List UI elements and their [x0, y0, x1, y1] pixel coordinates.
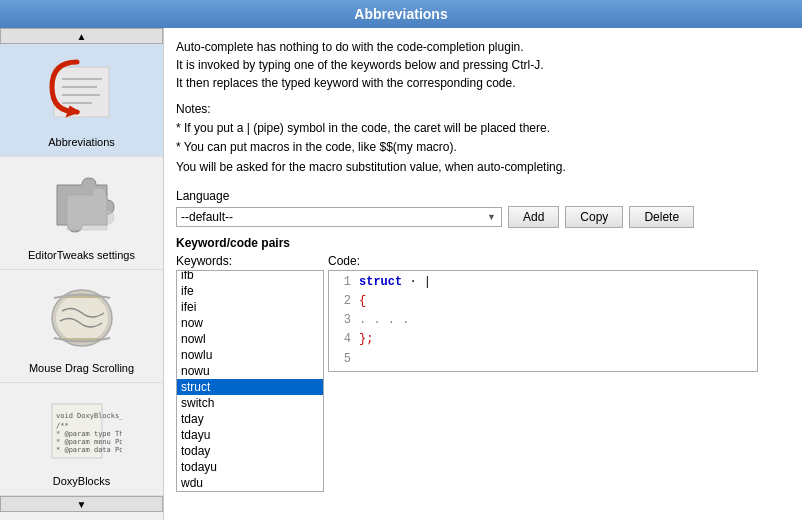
sidebar: ▲ Abbreviations: [0, 28, 164, 520]
desc-line2: It is invoked by typing one of the keywo…: [176, 56, 790, 74]
line-numbers: 1 2 3 4 5: [331, 273, 359, 369]
code-line-1: struct · |: [359, 273, 755, 292]
sidebar-item-mouse-drag-label: Mouse Drag Scrolling: [29, 362, 134, 374]
keywords-list[interactable]: forbguardififbifeifeinownowlnowlunowustr…: [177, 271, 323, 491]
scroll-icon: [37, 278, 127, 358]
doxy-icon: void DoxyBlocks_Bl /** * @param type Th.…: [37, 391, 127, 471]
sidebar-scroll-up[interactable]: ▲: [0, 28, 163, 44]
keyword-item[interactable]: tday: [177, 411, 323, 427]
code-line-2: {: [359, 292, 755, 311]
keyword-item[interactable]: ifb: [177, 271, 323, 283]
desc-line1: Auto-complete has nothing to do with the…: [176, 38, 790, 56]
note2: * You can put macros in the code, like $…: [176, 138, 790, 157]
sidebar-item-editor-tweaks-label: EditorTweaks settings: [28, 249, 135, 261]
add-button[interactable]: Add: [508, 206, 559, 228]
keywords-col: Keywords: forbguardififbifeifeinownowlno…: [176, 254, 324, 492]
keyword-item[interactable]: tdayu: [177, 427, 323, 443]
copy-button[interactable]: Copy: [565, 206, 623, 228]
pairs-columns: Keywords: forbguardififbifeifeinownowlno…: [176, 254, 790, 492]
note3: You will be asked for the macro substitu…: [176, 158, 790, 177]
language-row: --default-- C C++ Java Python Add Copy D…: [176, 206, 790, 228]
svg-text:/**: /**: [56, 422, 69, 430]
delete-button[interactable]: Delete: [629, 206, 694, 228]
abbreviations-icon: [37, 52, 127, 132]
sidebar-item-editor-tweaks[interactable]: EditorTweaks settings: [0, 157, 163, 270]
sidebar-item-abbreviations[interactable]: Abbreviations: [0, 44, 163, 157]
pairs-title: Keyword/code pairs: [176, 236, 790, 250]
svg-text:* @param type  Th...: * @param type Th...: [56, 430, 122, 438]
svg-text:* @param menu  Po...: * @param menu Po...: [56, 438, 122, 446]
keyword-item[interactable]: nowu: [177, 363, 323, 379]
keyword-item[interactable]: struct: [177, 379, 323, 395]
keyword-item[interactable]: todayu: [177, 459, 323, 475]
code-panel: 1 2 3 4 5 struct · | { . . . . };: [328, 270, 758, 372]
code-col: Code: 1 2 3 4 5 struct · |: [328, 254, 790, 372]
code-col-header: Code:: [328, 254, 790, 268]
content-area: Auto-complete has nothing to do with the…: [164, 28, 802, 520]
code-line-4: };: [359, 330, 755, 349]
keyword-item[interactable]: today: [177, 443, 323, 459]
desc-line3: It then replaces the typed keyword with …: [176, 74, 790, 92]
keyword-item[interactable]: wdu: [177, 475, 323, 491]
title-bar: Abbreviations: [0, 0, 802, 28]
svg-text:* @param data  Po...: * @param data Po...: [56, 446, 122, 454]
notes-title: Notes:: [176, 100, 790, 119]
title-text: Abbreviations: [354, 6, 447, 22]
sidebar-item-abbreviations-label: Abbreviations: [48, 136, 115, 148]
keywords-list-wrapper: forbguardififbifeifeinownowlnowlunowustr…: [176, 270, 324, 492]
language-select-wrapper[interactable]: --default-- C C++ Java Python: [176, 207, 502, 227]
notes-section: Notes: * If you put a | (pipe) symbol in…: [176, 100, 790, 177]
code-text: struct · | { . . . . };: [359, 273, 755, 369]
keyword-item[interactable]: switch: [177, 395, 323, 411]
keyword-item[interactable]: ife: [177, 283, 323, 299]
keywords-col-header: Keywords:: [176, 254, 324, 268]
keyword-item[interactable]: nowlu: [177, 347, 323, 363]
language-label: Language: [176, 189, 790, 203]
sidebar-scroll-down[interactable]: ▼: [0, 496, 163, 512]
pairs-section: Keyword/code pairs Keywords: forbguardif…: [176, 236, 790, 492]
svg-text:void DoxyBlocks_Bl: void DoxyBlocks_Bl: [56, 412, 122, 420]
sidebar-item-doxy-blocks-label: DoxyBlocks: [53, 475, 110, 487]
code-content: 1 2 3 4 5 struct · | { . . . . };: [331, 273, 755, 369]
sidebar-item-mouse-drag[interactable]: Mouse Drag Scrolling: [0, 270, 163, 383]
svg-point-7: [56, 294, 108, 342]
puzzle-icon: [37, 165, 127, 245]
description-text: Auto-complete has nothing to do with the…: [176, 38, 790, 92]
sidebar-item-doxy-blocks[interactable]: void DoxyBlocks_Bl /** * @param type Th.…: [0, 383, 163, 496]
main-container: ▲ Abbreviations: [0, 28, 802, 520]
language-select[interactable]: --default-- C C++ Java Python: [176, 207, 502, 227]
note1: * If you put a | (pipe) symbol in the co…: [176, 119, 790, 138]
code-line-3: . . . .: [359, 311, 755, 330]
keyword-item[interactable]: now: [177, 315, 323, 331]
keyword-item[interactable]: ifei: [177, 299, 323, 315]
keyword-item[interactable]: nowl: [177, 331, 323, 347]
